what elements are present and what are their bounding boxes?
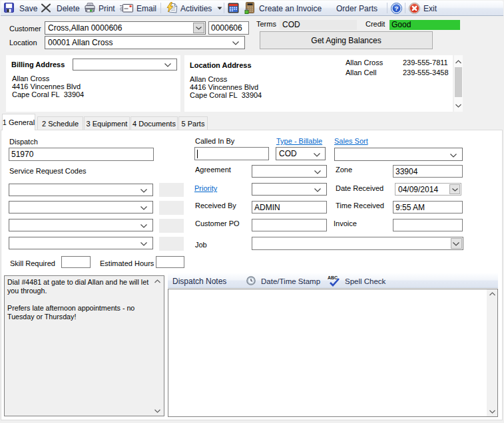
svg-text:?: ? bbox=[395, 5, 399, 12]
svg-text:ABC: ABC bbox=[328, 275, 338, 280]
